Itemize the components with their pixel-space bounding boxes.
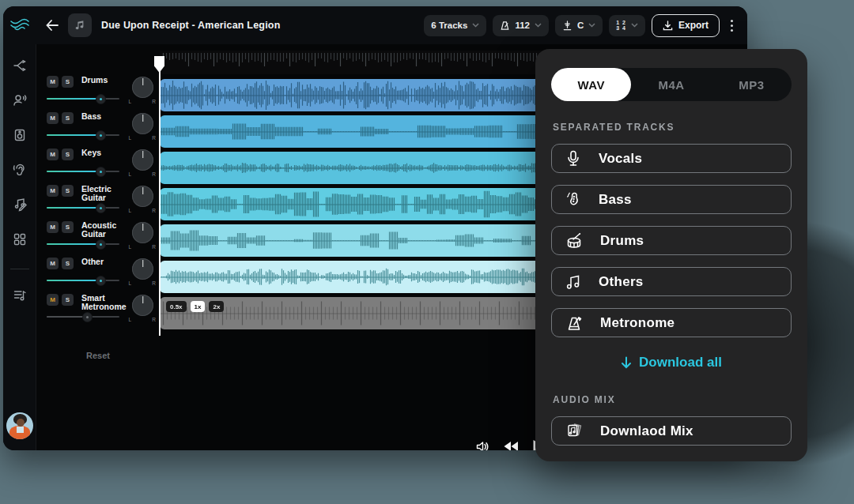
more-options-button[interactable] [726,17,738,35]
download-bass-button[interactable]: Bass [551,185,792,214]
lyrics-edit-icon[interactable] [13,197,27,212]
drum-icon [565,232,583,250]
download-mix-button[interactable]: Downlaod Mix [551,416,792,446]
bass-guitar-icon [565,191,581,209]
download-all-link[interactable]: Download all [551,355,792,370]
solo-button[interactable]: S [62,258,74,269]
reset-button[interactable]: Reset [36,351,160,360]
bpm-value: 112 [515,21,530,30]
solo-button[interactable]: S [62,294,74,306]
ear-icon[interactable] [13,163,27,177]
pan-left-label: L [128,208,131,213]
mute-button[interactable]: M [47,185,59,197]
mute-button[interactable]: M [47,112,59,124]
solo-button[interactable]: S [62,149,74,160]
rewind-button[interactable] [503,441,519,450]
track-row: MSSmart MetronomeLR [36,294,160,329]
volume-slider-thumb[interactable] [83,313,92,322]
mute-button[interactable]: M [47,76,59,88]
format-tab-mp3[interactable]: MP3 [712,68,792,101]
mute-button[interactable]: M [47,149,59,160]
time-signature-icon: 1 2 3 4 [616,20,626,31]
volume-slider-thumb[interactable] [96,167,105,176]
solo-button[interactable]: S [62,185,74,197]
format-segmented-control: WAV M4A MP3 [551,68,792,101]
voice-icon[interactable] [13,93,27,107]
track-row: MSKeysLR [36,149,160,183]
format-tab-wav[interactable]: WAV [551,68,631,101]
download-drums-button[interactable]: Drums [551,226,792,255]
volume-button[interactable] [476,441,489,451]
volume-slider-thumb[interactable] [96,95,105,103]
speed-chip[interactable]: 1x [191,301,206,312]
track-name: Drums [81,76,108,85]
time-sig-top: 1 2 [616,20,626,25]
volume-slider[interactable] [47,313,119,321]
bpm-dropdown[interactable]: 112 [493,15,549,36]
track-row: MSOtherLR [36,258,160,292]
stem-label: Metronome [600,315,675,331]
tracks-dropdown-label: 6 Tracks [431,21,467,30]
volume-slider[interactable] [47,240,119,248]
topbar: Due Upon Receipt - American Legion 6 Tra… [3,6,747,44]
stem-label: Others [599,274,644,290]
back-button[interactable] [46,20,59,31]
pan-knob[interactable] [132,222,153,243]
pan-knob[interactable] [132,113,153,134]
volume-slider[interactable] [47,131,119,139]
pan-left-label: L [128,99,131,104]
setlist-icon[interactable] [13,288,27,303]
metronome-speed-chips: 0.5x1x2x [166,301,224,312]
mute-button[interactable]: M [47,258,59,269]
solo-button[interactable]: S [62,221,74,233]
app-logo[interactable] [3,18,36,32]
download-others-button[interactable]: Others [551,267,792,296]
volume-slider-thumb[interactable] [96,240,105,249]
mute-button[interactable]: M [47,221,59,233]
download-mix-label: Downlaod Mix [600,423,693,439]
amp-icon[interactable] [13,128,27,142]
format-tab-m4a[interactable]: M4A [631,68,711,101]
mute-button[interactable]: M [47,294,59,306]
volume-slider[interactable] [47,95,119,103]
download-metronome-button[interactable]: Metronome [551,308,792,337]
pan-knob[interactable] [132,149,153,171]
export-button[interactable]: Export [652,14,720,37]
pan-knob[interactable] [132,186,153,207]
pan-knob[interactable] [132,258,153,280]
volume-slider-thumb[interactable] [96,204,105,213]
volume-slider[interactable] [47,204,119,212]
pan-knob[interactable] [132,295,153,316]
tracks-dropdown[interactable]: 6 Tracks [424,15,486,36]
volume-slider[interactable] [47,167,119,175]
track-row: MSDrumsLR [36,76,160,111]
solo-button[interactable]: S [62,76,74,88]
mix-files-icon [565,423,583,440]
volume-slider[interactable] [47,276,119,284]
time-signature-dropdown[interactable]: 1 2 3 4 [609,15,645,36]
pan-left-label: L [128,135,131,141]
export-label: Export [678,20,709,31]
solo-button[interactable]: S [62,112,74,124]
download-vocals-button[interactable]: Vocals [551,144,792,173]
volume-slider-thumb[interactable] [96,131,105,140]
pan-right-label: R [152,208,156,213]
chevron-down-icon [631,23,638,28]
pan-right-label: R [152,244,156,250]
user-avatar[interactable] [6,412,33,439]
apps-grid-icon[interactable] [13,232,27,246]
music-notes-icon [565,273,581,291]
pan-knob[interactable] [132,77,153,98]
speed-chip[interactable]: 0.5x [166,301,187,312]
track-row: MSBassLR [36,112,160,147]
left-icon-rail [3,44,36,450]
speed-chip[interactable]: 2x [209,301,224,312]
key-dropdown[interactable]: C [555,15,603,36]
rail-divider [10,269,29,269]
metronome-icon [565,314,583,332]
track-name: Smart Metronome [81,294,134,311]
topbar-controls: 6 Tracks 112 [424,14,747,37]
volume-slider-thumb[interactable] [96,276,105,285]
stem-split-icon[interactable] [13,58,27,73]
chevron-down-icon [588,23,595,28]
